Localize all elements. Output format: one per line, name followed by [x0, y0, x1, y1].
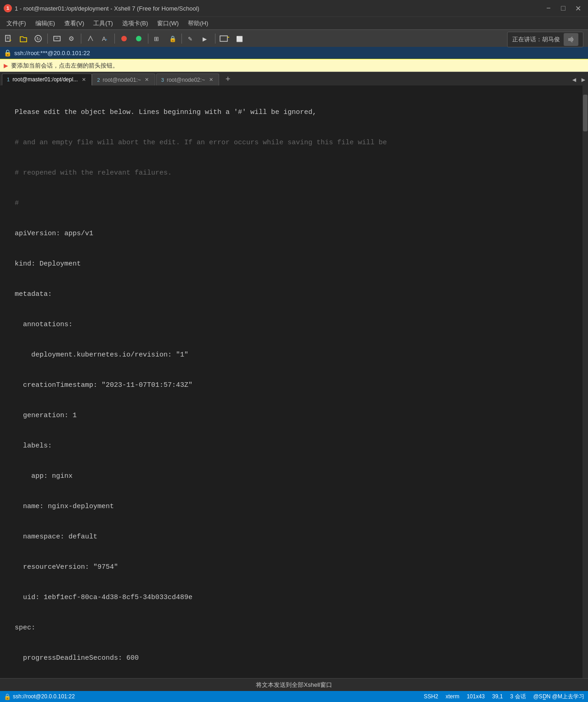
speaker-icon	[564, 33, 578, 46]
line-10: creationTimestamp: "2023-11-07T01:57:43Z…	[8, 380, 581, 391]
svg-text:↻: ↻	[36, 36, 40, 41]
toolbar-btn-5[interactable]: ⚙	[65, 32, 79, 45]
tab-2-num: 2	[97, 77, 100, 83]
svg-point-11	[121, 36, 127, 41]
menu-edit[interactable]: 编辑(E)	[31, 18, 60, 28]
svg-text:⚙: ⚙	[68, 35, 74, 42]
minimize-button[interactable]: −	[542, 2, 555, 15]
separator-5	[181, 34, 182, 44]
toolbar-btn-4[interactable]	[50, 32, 64, 45]
window-title: 1 - root@master01:/opt/deployment - Xshe…	[15, 5, 199, 12]
line-12: labels:	[8, 441, 581, 451]
status-size: 101x43	[467, 693, 485, 701]
maximize-button[interactable]: □	[557, 2, 570, 15]
line-15: namespace: default	[8, 532, 581, 542]
tab-next-button[interactable]: ▶	[579, 74, 588, 85]
toolbar-btn-8[interactable]	[117, 32, 131, 45]
menu-view[interactable]: 查看(V)	[60, 18, 89, 28]
separator-1	[47, 34, 48, 44]
toolbar-btn-11[interactable]: 🔒	[165, 32, 179, 45]
svg-point-12	[136, 36, 141, 41]
menu-file[interactable]: 文件(F)	[2, 18, 31, 28]
svg-text:⊞: ⊞	[154, 35, 159, 42]
line-2: # and an empty file will abort the edit.…	[8, 138, 581, 148]
terminal-gutter	[0, 85, 7, 678]
open-button[interactable]	[17, 32, 30, 45]
tab-1-num: 1	[7, 77, 10, 82]
separator-2	[81, 34, 81, 44]
window-controls: − □ ✕	[542, 2, 584, 15]
svg-text:+: +	[105, 38, 107, 42]
lock-icon: 🔒	[4, 49, 11, 57]
tab-3-num: 3	[161, 77, 164, 83]
scrollbar-thumb[interactable]	[583, 95, 588, 131]
tab-3-close[interactable]: ✕	[208, 77, 214, 83]
svg-text:🔒: 🔒	[169, 35, 176, 43]
toolbar-btn-7[interactable]: A+	[98, 32, 112, 45]
toolbar: + ↻ ⚙ A+ ⊞ 🔒 ✎ ▶ ⬜ 正在讲话：	[0, 29, 588, 47]
tab-1-close[interactable]: ✕	[80, 76, 87, 83]
line-7: metadata:	[8, 289, 581, 300]
terminal[interactable]: Please edit the object below. Lines begi…	[0, 85, 588, 678]
toolbar-btn-6[interactable]	[84, 32, 97, 45]
line-5: apiVersion: apps/v1	[8, 229, 581, 239]
line-6: kind: Deployment	[8, 259, 581, 269]
new-session-button[interactable]: +	[2, 32, 16, 45]
toolbar-btn-9[interactable]	[132, 32, 146, 45]
line-9: deployment.kubernetes.io/revision: "1"	[8, 350, 581, 360]
line-19: progressDeadlineSeconds: 600	[8, 653, 581, 663]
menu-bar: 文件(F) 编辑(E) 查看(V) 工具(T) 选项卡(B) 窗口(W) 帮助(…	[0, 17, 588, 29]
menu-tab[interactable]: 选项卡(B)	[118, 18, 153, 28]
status-connection: 🔒 ssh://root@20.0.0.101:22	[4, 693, 75, 700]
tab-2[interactable]: 2 root@node01:~ ✕	[92, 74, 155, 85]
tab-1-label: root@master01:/opt/depl...	[12, 76, 78, 83]
tab-3-label: root@node02:~	[167, 77, 205, 83]
menu-window[interactable]: 窗口(W)	[153, 18, 183, 28]
line-8: annotations:	[8, 320, 581, 330]
status-right: SSH2 xterm 101x43 39,1 3 会话 @SD̲N @M上去学习	[424, 693, 584, 701]
terminal-content[interactable]: Please edit the object below. Lines begi…	[7, 85, 582, 678]
toolbar-btn-14[interactable]	[218, 32, 232, 45]
connection-bar: 🔒 ssh://root:***@20.0.0.101:22	[0, 47, 588, 59]
notification-text: 要添加当前会话，点击左侧的箭头按钮。	[11, 62, 119, 70]
line-3: # reopened with the relevant failures.	[8, 168, 581, 178]
line-4: #	[8, 198, 581, 209]
notification-bar: ▶ 要添加当前会话，点击左侧的箭头按钮。	[0, 59, 588, 72]
tab-bar: 1 root@master01:/opt/depl... ✕ 2 root@no…	[0, 72, 588, 85]
scrollbar[interactable]	[582, 85, 588, 678]
toolbar-btn-15[interactable]: ⬜	[232, 32, 246, 45]
line-14: name: nginx-deployment	[8, 502, 581, 512]
toolbar-btn-10[interactable]: ⊞	[151, 32, 164, 45]
toolbar-btn-12[interactable]: ✎	[184, 32, 198, 45]
toolbar-btn-3[interactable]: ↻	[31, 32, 45, 45]
menu-help[interactable]: 帮助(H)	[183, 18, 213, 28]
line-16: resourceVersion: "9754"	[8, 562, 581, 572]
title-bar: 1 1 - root@master01:/opt/deployment - Xs…	[0, 0, 588, 17]
status-encoding: xterm	[446, 693, 459, 701]
status-address: ssh://root@20.0.0.101:22	[13, 693, 75, 700]
svg-text:+: +	[9, 38, 11, 43]
separator-4	[148, 34, 148, 44]
tab-3[interactable]: 3 root@node02:~ ✕	[156, 74, 219, 85]
separator-3	[114, 34, 115, 44]
line-13: app: nginx	[8, 471, 581, 481]
bottom-action-bar: 将文本发送到全部Xshell窗口	[0, 678, 588, 691]
line-18: spec:	[8, 623, 581, 633]
svg-text:✎: ✎	[188, 36, 192, 42]
menu-tools[interactable]: 工具(T)	[89, 18, 118, 28]
tab-prev-button[interactable]: ◀	[570, 74, 579, 85]
close-button[interactable]: ✕	[571, 2, 584, 15]
speaker-badge: 正在讲话：胡马俊	[507, 32, 583, 47]
new-tab-button[interactable]: +	[222, 74, 234, 85]
tab-2-close[interactable]: ✕	[144, 77, 150, 83]
tab-1[interactable]: 1 root@master01:/opt/depl... ✕	[2, 74, 92, 85]
svg-text:⬜: ⬜	[236, 35, 243, 42]
line-17: uid: 1ebf1ecf-80ca-4d38-8cf5-34b033cd489…	[8, 593, 581, 603]
svg-text:▶: ▶	[203, 36, 207, 42]
toolbar-btn-13[interactable]: ▶	[199, 32, 213, 45]
app-icon: 1	[4, 4, 12, 12]
notification-icon: ▶	[4, 61, 8, 70]
connection-address: ssh://root:***@20.0.0.101:22	[14, 50, 90, 57]
line-11: generation: 1	[8, 411, 581, 421]
separator-6	[215, 34, 215, 44]
